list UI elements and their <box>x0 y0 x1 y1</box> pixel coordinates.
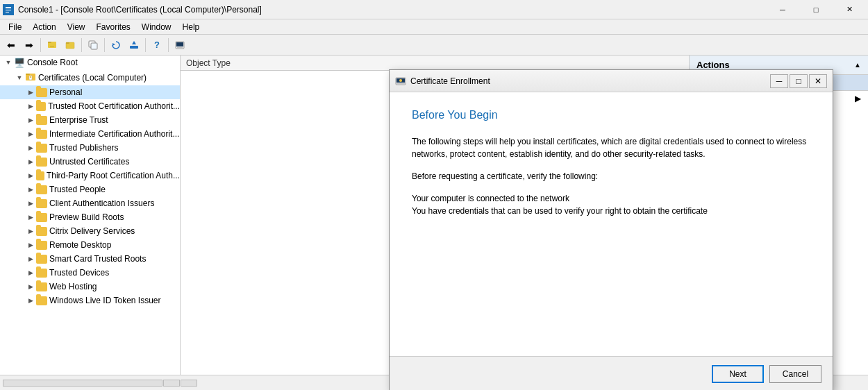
tree-label: Untrusted Certificates <box>49 157 129 167</box>
svg-rect-2 <box>6 10 11 10</box>
expand-icon[interactable]: ▶ <box>25 128 36 139</box>
menu-view[interactable]: View <box>62 21 91 33</box>
svg-rect-1 <box>6 7 11 8</box>
expand-icon[interactable]: ▶ <box>25 115 36 126</box>
column-header-label: Object Type <box>186 58 231 68</box>
up-button[interactable] <box>44 37 60 53</box>
next-button[interactable]: Next <box>712 365 764 383</box>
toolbar-separator-1 <box>40 38 41 52</box>
tree-item-web-hosting[interactable]: ▶ Web Hosting <box>0 280 180 294</box>
tree-label: Third-Party Root Certification Auth... <box>47 171 180 180</box>
dialog-maximize-button[interactable]: □ <box>790 74 808 88</box>
tree-item-trusted-people[interactable]: ▶ Trusted People <box>0 183 180 196</box>
expand-icon[interactable]: ▶ <box>25 170 36 181</box>
tree-item-enterprise-trust[interactable]: ▶ Enterprise Trust <box>0 113 180 127</box>
expand-icon[interactable]: ▶ <box>25 156 36 167</box>
tree-item-trusted-publishers[interactable]: ▶ Trusted Publishers <box>0 141 180 155</box>
tree-item-citrix[interactable]: ▶ Citrix Delivery Services <box>0 224 180 238</box>
menu-action[interactable]: Action <box>27 21 61 33</box>
expand-icon[interactable]: ▶ <box>25 87 36 98</box>
tree-item-trusted-devices[interactable]: ▶ Trusted Devices <box>0 266 180 280</box>
folder-icon <box>36 144 47 153</box>
folder-icon <box>36 227 47 236</box>
expand-icon[interactable]: ▶ <box>25 184 36 195</box>
tree-item-console-root[interactable]: ▼ 🖥️ Console Root <box>0 56 180 69</box>
tree-item-windows-live[interactable]: ▶ Windows Live ID Token Issuer <box>0 294 180 307</box>
column-header: Object Type <box>181 56 689 71</box>
svg-point-20 <box>30 76 31 78</box>
toolbar: ⬅ ➡ ? <box>0 35 868 56</box>
svg-marker-13 <box>132 41 136 44</box>
scroll-right[interactable] <box>181 380 197 387</box>
tree-item-remote-desktop[interactable]: ▶ Remote Desktop <box>0 238 180 252</box>
menu-help[interactable]: Help <box>177 21 206 33</box>
app-icon <box>3 4 14 15</box>
folder-icon <box>36 213 47 222</box>
dialog-paragraph-3: Your computer is connected to the networ… <box>412 192 810 217</box>
close-button[interactable]: ✕ <box>833 0 865 19</box>
tree-item-personal[interactable]: ▶ Personal <box>0 85 180 99</box>
svg-rect-12 <box>130 46 138 49</box>
tree-item-intermediate[interactable]: ▶ Intermediate Certification Authorit... <box>0 127 180 141</box>
menu-window[interactable]: Window <box>136 21 177 33</box>
dialog-content: Before You Begin The following steps wil… <box>390 92 833 356</box>
svg-rect-23 <box>397 83 405 84</box>
tree-label: Certificates (Local Computer) <box>38 73 147 83</box>
dialog-body: The following steps will help you instal… <box>412 135 810 217</box>
dialog-minimize-button[interactable]: ─ <box>770 74 788 88</box>
expand-icon[interactable]: ▼ <box>14 72 25 83</box>
expand-icon[interactable]: ▶ <box>25 101 36 112</box>
horizontal-scrollbar[interactable] <box>3 380 162 387</box>
dialog-footer: Next Cancel <box>390 356 833 390</box>
console-button[interactable] <box>172 37 188 53</box>
tree-item-client-auth[interactable]: ▶ Client Authentication Issuers <box>0 196 180 210</box>
expand-icon[interactable]: ▶ <box>25 239 36 251</box>
export-button[interactable] <box>126 37 142 53</box>
expand-icon[interactable]: ▶ <box>25 142 36 153</box>
expand-icon[interactable]: ▶ <box>25 212 36 223</box>
menu-favorites[interactable]: Favorites <box>91 21 136 33</box>
menu-file[interactable]: File <box>3 21 27 33</box>
refresh-button[interactable] <box>108 37 124 53</box>
expand-icon[interactable]: ▶ <box>25 253 36 264</box>
tree-label: Windows Live ID Token Issuer <box>49 296 161 305</box>
tree-item-third-party[interactable]: ▶ Third-Party Root Certification Auth... <box>0 169 180 183</box>
tree-item-preview-build[interactable]: ▶ Preview Build Roots <box>0 210 180 224</box>
expand-icon[interactable]: ▶ <box>25 281 36 292</box>
tree-label: Smart Card Trusted Roots <box>49 254 146 264</box>
tree-label: Intermediate Certification Authorit... <box>49 129 179 139</box>
forward-button[interactable]: ➡ <box>21 37 37 53</box>
dialog-heading: Before You Begin <box>412 109 810 121</box>
expand-icon[interactable]: ▶ <box>25 198 36 209</box>
folder-icon <box>36 282 47 291</box>
dialog-close-button[interactable]: ✕ <box>809 74 827 88</box>
expand-icon[interactable]: ▶ <box>25 295 36 306</box>
help-button[interactable]: ? <box>149 37 165 53</box>
tree-panel: ▼ 🖥️ Console Root ▼ Certificates (Local … <box>0 56 181 375</box>
expand-icon[interactable]: ▶ <box>25 226 36 237</box>
tree-label: Trusted People <box>49 185 106 194</box>
content-panel: Object Type <box>181 56 689 375</box>
maximize-button[interactable]: □ <box>800 0 832 19</box>
dialog-paragraph-1: The following steps will help you instal… <box>412 135 810 160</box>
tree-label: Preview Build Roots <box>49 212 124 222</box>
scroll-left[interactable] <box>163 380 180 387</box>
tree-label: Enterprise Trust <box>49 115 108 125</box>
cancel-button[interactable]: Cancel <box>769 365 821 383</box>
open-button[interactable] <box>62 37 78 53</box>
new-window-button[interactable] <box>85 37 101 53</box>
tree-item-trusted-root[interactable]: ▶ Trusted Root Certification Authorit... <box>0 99 180 113</box>
dialog-titlebar: Certificate Enrollment ─ □ ✕ <box>390 70 833 92</box>
tree-item-certificates[interactable]: ▼ Certificates (Local Computer) <box>0 69 180 85</box>
tree-label: Console Root <box>27 58 78 67</box>
expand-icon[interactable]: ▼ <box>3 57 14 68</box>
actions-collapse-icon[interactable]: ▲ <box>854 61 861 69</box>
minimize-button[interactable]: ─ <box>767 0 799 19</box>
tree-item-untrusted[interactable]: ▶ Untrusted Certificates <box>0 155 180 169</box>
actions-title: Actions <box>696 60 730 70</box>
back-button[interactable]: ⬅ <box>3 37 19 53</box>
expand-icon[interactable]: ▶ <box>25 267 36 278</box>
certificate-enrollment-dialog: Certificate Enrollment ─ □ ✕ Before You … <box>389 69 833 390</box>
tree-item-smart-card[interactable]: ▶ Smart Card Trusted Roots <box>0 252 180 266</box>
folder-icon <box>36 269 47 278</box>
